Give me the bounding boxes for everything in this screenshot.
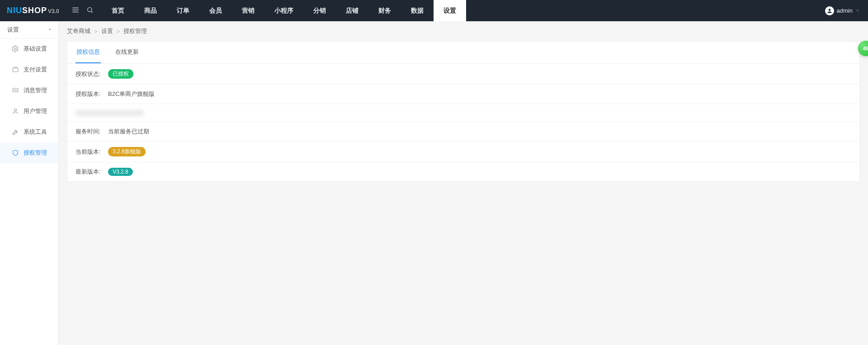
tab-label: 授权信息	[76, 48, 100, 55]
service-time-value: 当前服务已过期	[108, 128, 149, 136]
brand-version: V3.0	[48, 8, 59, 14]
row-current-version: 当前版本: 3.2.8旗舰版	[67, 142, 859, 162]
nav-settings[interactable]: 设置	[434, 0, 466, 21]
nav-finance[interactable]: 财务	[368, 0, 401, 21]
nav-label: 店铺	[346, 7, 359, 15]
top-nav: 首页 商品 订单 会员 营销 小程序 分销 店铺 财务 数据 设置	[102, 0, 466, 21]
sidebar-item-system-tools[interactable]: 系统工具	[0, 122, 58, 142]
menu-toggle-button[interactable]	[68, 6, 83, 15]
svg-point-5	[828, 9, 830, 11]
avatar-icon	[825, 6, 834, 15]
breadcrumb-sep: >	[94, 28, 98, 35]
float-badge-count: 45	[863, 46, 868, 51]
user-icon	[12, 108, 19, 115]
auth-status-label: 授权状态:	[75, 70, 108, 78]
svg-rect-8	[13, 68, 18, 72]
svg-point-12	[16, 90, 17, 90]
row-redacted	[67, 104, 859, 122]
gear-icon	[12, 45, 19, 52]
brand-part1: NIU	[7, 6, 22, 15]
nav-label: 设置	[443, 7, 456, 15]
nav-label: 首页	[112, 7, 124, 15]
sidebar-header[interactable]: 设置	[0, 21, 58, 38]
panel: 授权信息 在线更新 授权状态: 已授权 授权版本: B2C单商户旗舰版 服务时间…	[67, 41, 860, 182]
nav-label: 分销	[313, 7, 326, 15]
sidebar-item-license-management[interactable]: 授权管理	[0, 142, 58, 163]
current-version-label: 当前版本:	[75, 148, 108, 156]
svg-rect-9	[13, 88, 18, 92]
sidebar-item-label: 支付设置	[24, 66, 47, 74]
user-menu[interactable]: admin	[825, 0, 860, 21]
sidebar-item-user-management[interactable]: 用户管理	[0, 101, 58, 122]
shield-icon	[12, 149, 19, 156]
svg-point-13	[14, 109, 16, 111]
brand-logo[interactable]: NIU SHOP V3.0	[7, 6, 59, 15]
tabs: 授权信息 在线更新	[67, 42, 859, 64]
nav-data[interactable]: 数据	[401, 0, 434, 21]
nav-member[interactable]: 会员	[199, 0, 232, 21]
sidebar-item-basic-settings[interactable]: 基础设置	[0, 38, 58, 59]
sidebar-item-payment-settings[interactable]: 支付设置	[0, 59, 58, 80]
auth-version-value: B2C单商户旗舰版	[108, 90, 155, 98]
message-icon	[12, 87, 19, 94]
sidebar-title: 设置	[7, 26, 19, 34]
row-service-time: 服务时间: 当前服务已过期	[67, 122, 859, 142]
sidebar-item-message-management[interactable]: 消息管理	[0, 80, 58, 101]
svg-line-4	[91, 11, 93, 13]
nav-label: 财务	[378, 7, 391, 15]
tool-icon	[12, 128, 19, 136]
svg-marker-6	[49, 29, 51, 30]
service-time-label: 服务时间:	[75, 128, 108, 136]
nav-miniprogram[interactable]: 小程序	[264, 0, 303, 21]
nav-label: 商品	[144, 7, 157, 15]
tab-label: 在线更新	[115, 48, 139, 55]
search-icon	[86, 8, 94, 15]
nav-label: 数据	[411, 7, 424, 15]
chevron-down-icon	[855, 7, 860, 14]
nav-label: 订单	[177, 7, 189, 15]
nav-store[interactable]: 店铺	[336, 0, 368, 21]
caret-down-icon	[47, 26, 52, 33]
nav-goods[interactable]: 商品	[134, 0, 167, 21]
row-auth-status: 授权状态: 已授权	[67, 64, 859, 85]
breadcrumb-root[interactable]: 艾奇商城	[67, 27, 90, 35]
sidebar-item-label: 用户管理	[24, 107, 47, 115]
tab-online-update[interactable]: 在线更新	[114, 42, 140, 63]
nav-label: 小程序	[274, 7, 293, 15]
nav-marketing[interactable]: 营销	[232, 0, 264, 21]
brand-part2: SHOP	[22, 6, 47, 15]
svg-point-3	[87, 8, 91, 12]
nav-label: 会员	[209, 7, 222, 15]
nav-order[interactable]: 订单	[167, 0, 199, 21]
wallet-icon	[12, 66, 19, 73]
breadcrumb: 艾奇商城 > 设置 > 授权管理	[67, 21, 860, 41]
row-auth-version: 授权版本: B2C单商户旗舰版	[67, 85, 859, 104]
redacted-content	[75, 110, 143, 116]
nav-label: 营销	[242, 7, 255, 15]
breadcrumb-section[interactable]: 设置	[101, 27, 113, 35]
breadcrumb-page: 授权管理	[123, 27, 147, 35]
auth-version-label: 授权版本:	[75, 90, 108, 98]
row-latest-version: 最新版本: V3.2.8	[67, 162, 859, 181]
sidebar: 设置 基础设置 支付设置 消息管理 用户管理 系统工具 授权管理	[0, 21, 59, 345]
top-bar: NIU SHOP V3.0 首页 商品 订单 会员 营销 小程序 分销 店铺 财…	[0, 0, 868, 21]
sidebar-item-label: 系统工具	[24, 128, 47, 136]
hamburger-icon	[71, 9, 80, 15]
latest-version-badge: V3.2.8	[108, 168, 133, 176]
svg-point-10	[14, 90, 14, 90]
svg-point-11	[15, 90, 15, 90]
current-version-badge: 3.2.8旗舰版	[108, 147, 146, 156]
username: admin	[837, 7, 853, 14]
auth-status-badge: 已授权	[108, 69, 133, 79]
search-button[interactable]	[83, 6, 97, 15]
main-content: 艾奇商城 > 设置 > 授权管理 授权信息 在线更新 授权状态: 已授权 授权版…	[59, 21, 868, 345]
sidebar-item-label: 授权管理	[24, 149, 47, 157]
tab-license-info[interactable]: 授权信息	[75, 42, 101, 63]
latest-version-label: 最新版本:	[75, 168, 108, 176]
breadcrumb-sep: >	[117, 28, 120, 35]
nav-home[interactable]: 首页	[102, 0, 134, 21]
svg-point-7	[14, 48, 16, 50]
sidebar-item-label: 消息管理	[24, 86, 47, 95]
sidebar-item-label: 基础设置	[24, 45, 47, 53]
nav-distribution[interactable]: 分销	[303, 0, 336, 21]
